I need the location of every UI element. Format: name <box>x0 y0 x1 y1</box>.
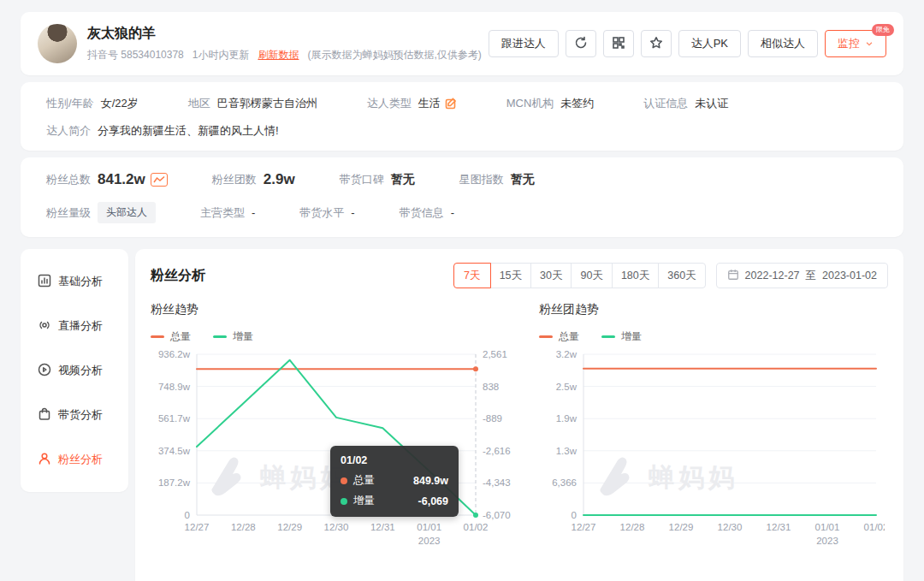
field-bio: 达人简介 分享我的新疆生活、新疆的风土人情! <box>46 123 279 139</box>
svg-text:12/28: 12/28 <box>620 522 645 532</box>
stat-label: 主营类型 <box>200 205 245 221</box>
tooltip-date: 01/02 <box>341 454 448 466</box>
fan-tier-badge: 头部达人 <box>98 202 156 223</box>
stat-value: - <box>252 206 255 219</box>
svg-text:1.3w: 1.3w <box>556 446 578 456</box>
legend-total[interactable]: 总量 <box>539 329 579 344</box>
stat-label: 粉丝量级 <box>46 205 91 221</box>
stat-value: - <box>451 206 454 219</box>
legend-total[interactable]: 总量 <box>151 329 191 344</box>
stat-value: - <box>351 206 354 219</box>
svg-text:936.2w: 936.2w <box>158 349 191 359</box>
field-label: MCN机构 <box>506 96 554 111</box>
legend-delta[interactable]: 增量 <box>213 329 253 344</box>
delta-dot-icon <box>341 498 347 505</box>
creator-pk-button[interactable]: 达人PK <box>678 30 741 57</box>
chart-legend: 总量 增量 <box>151 329 518 344</box>
svg-text:0: 0 <box>572 510 577 520</box>
tab-180-days[interactable]: 180天 <box>612 263 659 288</box>
svg-text:3.2w: 3.2w <box>556 349 578 359</box>
fans-trend-icon[interactable] <box>151 173 168 187</box>
creator-info: 灰太狼的羊 抖音号 58534010378 1小时内更新 刷新数据 (展示数据为… <box>87 25 482 62</box>
total-hover-dot <box>473 366 478 371</box>
sidebar-item-commerce-analysis[interactable]: 带货分析 <box>21 393 128 437</box>
favorite-button[interactable] <box>641 30 672 57</box>
stat-value: 暂无 <box>391 172 415 187</box>
similar-creators-button[interactable]: 相似达人 <box>748 30 818 57</box>
date-range-picker[interactable]: 2022-12-27 至 2023-01-02 <box>716 263 888 288</box>
date-end: 2023-01-02 <box>822 270 877 282</box>
tab-30-days[interactable]: 30天 <box>530 263 572 288</box>
sidebar-item-label: 带货分析 <box>58 407 103 423</box>
sidebar-item-video-analysis[interactable]: 视频分析 <box>21 348 128 393</box>
svg-text:01/02: 01/02 <box>464 522 489 532</box>
fan-club-trend-chart-svg: 3.2w2.5w1.9w1.3w6,366012/2712/2812/2912/… <box>539 349 885 548</box>
stat-fan-club: 粉丝团数 2.9w <box>212 171 295 188</box>
stat-label: 带货口碑 <box>340 172 384 187</box>
svg-text:12/31: 12/31 <box>370 522 395 532</box>
svg-text:12/30: 12/30 <box>324 522 349 532</box>
tab-15-days[interactable]: 15天 <box>490 263 531 288</box>
sidebar-item-basic-analysis[interactable]: 基础分析 <box>21 259 128 304</box>
field-verification: 认证信息 未认证 <box>643 96 728 111</box>
field-value: 未签约 <box>560 96 594 111</box>
creator-name: 灰太狼的羊 <box>87 25 482 43</box>
refresh-data-link[interactable]: 刷新数据 <box>258 48 299 62</box>
svg-text:12/30: 12/30 <box>718 522 743 532</box>
chart-tooltip: 01/02 总量 849.9w 增量 -6,069 <box>330 446 459 517</box>
chevron-down-icon <box>865 38 874 50</box>
update-time: 1小时内更新 <box>192 48 250 62</box>
tooltip-row-total: 总量 849.9w <box>341 473 448 488</box>
refresh-button[interactable] <box>566 30 596 57</box>
delta-legend-swatch <box>601 335 615 338</box>
follow-creator-button[interactable]: 跟进达人 <box>489 30 559 57</box>
svg-text:-4,343: -4,343 <box>483 477 511 488</box>
svg-text:-6,070: -6,070 <box>483 510 511 520</box>
svg-text:2,561: 2,561 <box>483 349 507 359</box>
total-legend-swatch <box>151 335 164 338</box>
tooltip-series-value: -6,069 <box>418 495 448 507</box>
stat-label: 粉丝团数 <box>212 172 257 187</box>
svg-text:2023: 2023 <box>816 536 838 546</box>
fans-trend-chart: 粉丝趋势 总量 增量 蝉妈妈 936.2w2,561748.9w838561.7… <box>151 302 518 548</box>
monitor-label: 监控 <box>838 36 860 51</box>
stat-fan-tier: 粉丝量级 头部达人 <box>46 202 156 223</box>
stat-total-fans: 粉丝总数 841.2w <box>46 171 168 188</box>
svg-text:1.9w: 1.9w <box>556 413 578 424</box>
sidebar-item-label: 视频分析 <box>58 363 103 378</box>
tab-360-days[interactable]: 360天 <box>658 263 705 288</box>
svg-text:-889: -889 <box>483 413 502 424</box>
monitor-dropdown-button[interactable]: 监控 限免 <box>825 30 886 57</box>
panel-title: 粉丝分析 <box>151 267 205 285</box>
field-creator-type: 达人类型 生活 <box>367 96 457 111</box>
stat-commerce-info: 带货信息 - <box>400 205 454 221</box>
sidebar-item-label: 基础分析 <box>58 274 103 289</box>
qr-code-button[interactable] <box>603 30 634 57</box>
date-range-tabs: 7天 15天 30天 90天 180天 360天 <box>453 263 706 288</box>
star-icon <box>649 36 663 52</box>
date-start: 2022-12-27 <box>745 270 800 282</box>
bar-chart-icon <box>38 274 51 290</box>
tab-7-days[interactable]: 7天 <box>453 263 491 288</box>
tooltip-series-name: 总量 <box>353 473 375 488</box>
tab-90-days[interactable]: 90天 <box>571 263 612 288</box>
field-value: 生活 <box>418 96 441 111</box>
monitor-badge: 限免 <box>872 24 894 36</box>
field-gender-age: 性别/年龄 女/22岁 <box>46 96 139 111</box>
play-circle-icon <box>38 363 51 379</box>
sidebar-item-live-analysis[interactable]: 直播分析 <box>21 304 128 348</box>
legend-delta[interactable]: 增量 <box>601 329 642 344</box>
svg-text:748.9w: 748.9w <box>158 382 191 392</box>
calendar-icon <box>727 269 739 283</box>
field-label: 达人简介 <box>46 123 91 139</box>
sidebar-item-fans-analysis[interactable]: 粉丝分析 <box>21 437 128 482</box>
edit-icon[interactable] <box>445 98 457 110</box>
stat-label: 粉丝总数 <box>46 172 91 187</box>
svg-text:374.5w: 374.5w <box>158 446 191 456</box>
svg-text:01/02: 01/02 <box>864 522 885 532</box>
shopping-bag-icon <box>38 407 51 424</box>
bio-text: 分享我的新疆生活、新疆的风土人情! <box>98 123 279 139</box>
field-label: 地区 <box>188 96 210 111</box>
sidebar-item-label: 粉丝分析 <box>58 452 103 467</box>
stat-value: 暂无 <box>511 172 535 187</box>
